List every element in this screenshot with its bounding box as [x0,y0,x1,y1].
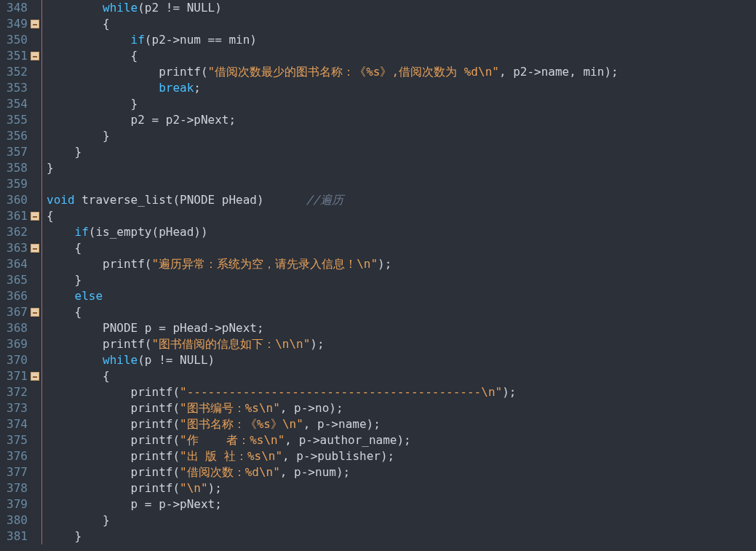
fold-column[interactable] [31,0,39,544]
code-line[interactable]: printf("\n"); [47,480,756,496]
line-number[interactable]: 380 [0,512,28,528]
line-number[interactable]: 351 [0,48,28,64]
fold-toggle-icon[interactable] [31,212,39,221]
code-line[interactable]: printf("借阅次数：%d\n", p->num); [47,464,756,480]
code-line[interactable]: p2 = p2->pNext; [47,112,756,128]
code-line[interactable]: printf("作 者：%s\n", p->author_name); [47,432,756,448]
code-line[interactable]: if(is_empty(pHead)) [47,224,756,240]
fold-toggle-icon[interactable] [31,244,39,253]
code-line[interactable]: { [47,16,756,32]
line-number[interactable]: 379 [0,496,28,512]
line-number[interactable]: 357 [0,144,28,160]
code-line[interactable]: } [47,160,756,176]
fold-toggle-icon[interactable] [31,20,39,28]
line-number[interactable]: 377 [0,464,28,480]
code-line[interactable]: } [47,144,756,160]
line-number[interactable]: 378 [0,480,28,496]
code-line[interactable]: } [47,528,756,544]
line-number[interactable]: 363 [0,240,28,256]
line-number[interactable]: 349 [0,16,28,32]
line-number[interactable]: 376 [0,448,28,464]
code-line[interactable]: { [47,208,756,224]
code-line[interactable] [47,176,756,192]
line-number[interactable]: 368 [0,320,28,336]
line-number[interactable]: 350 [0,32,28,48]
code-line[interactable]: break; [47,80,756,96]
code-line[interactable]: printf("图书编号：%s\n", p->no); [47,400,756,416]
line-number[interactable]: 370 [0,352,28,368]
line-number[interactable]: 375 [0,432,28,448]
code-line[interactable]: { [47,48,756,64]
code-line[interactable]: { [47,304,756,320]
code-line[interactable]: } [47,96,756,112]
code-line[interactable]: } [47,128,756,144]
line-number[interactable]: 364 [0,256,28,272]
code-line[interactable]: { [47,368,756,384]
line-number[interactable]: 353 [0,80,28,96]
code-line[interactable]: else [47,288,756,304]
code-line[interactable]: void traverse_list(PNODE pHead) //遍历 [47,192,756,208]
code-line[interactable]: printf("遍历异常：系统为空，请先录入信息！\n"); [47,256,756,272]
fold-toggle-icon[interactable] [31,308,39,317]
code-line[interactable]: printf("图书借阅的信息如下：\n\n"); [47,336,756,352]
code-line[interactable]: printf("出 版 社：%s\n", p->publisher); [47,448,756,464]
code-line[interactable]: p = p->pNext; [47,496,756,512]
fold-toggle-icon[interactable] [31,52,39,60]
line-number[interactable]: 373 [0,400,28,416]
code-line[interactable]: printf("借阅次数最少的图书名称：《%s》,借阅次数为 %d\n", p2… [47,64,756,80]
code-line[interactable]: PNODE p = pHead->pNext; [47,320,756,336]
code-line[interactable]: { [47,240,756,256]
code-area[interactable]: while(p2 != NULL) { if(p2->num == min) {… [45,0,756,544]
line-number[interactable]: 358 [0,160,28,176]
line-number[interactable]: 362 [0,224,28,240]
code-line[interactable]: } [47,272,756,288]
line-number[interactable]: 365 [0,272,28,288]
line-number[interactable]: 371 [0,368,28,384]
line-number[interactable]: 356 [0,128,28,144]
line-number-gutter[interactable]: 3483493503513523533543553563573583593603… [0,0,31,544]
code-line[interactable]: if(p2->num == min) [47,32,756,48]
line-number[interactable]: 381 [0,528,28,544]
code-line[interactable]: while(p != NULL) [47,352,756,368]
line-number[interactable]: 374 [0,416,28,432]
indent-guide [39,0,45,544]
fold-toggle-icon[interactable] [31,372,39,381]
code-line[interactable]: printf("--------------------------------… [47,384,756,400]
line-number[interactable]: 369 [0,336,28,352]
line-number[interactable]: 366 [0,288,28,304]
line-number[interactable]: 359 [0,176,28,192]
code-line[interactable]: printf("图书名称：《%s》\n", p->name); [47,416,756,432]
line-number[interactable]: 352 [0,64,28,80]
line-number[interactable]: 355 [0,112,28,128]
code-line[interactable]: } [47,512,756,528]
code-editor[interactable]: 3483493503513523533543553563573583593603… [0,0,756,544]
line-number[interactable]: 361 [0,208,28,224]
line-number[interactable]: 354 [0,96,28,112]
line-number[interactable]: 367 [0,304,28,320]
line-number[interactable]: 348 [0,0,28,16]
line-number[interactable]: 372 [0,384,28,400]
line-number[interactable]: 360 [0,192,28,208]
code-line[interactable]: while(p2 != NULL) [47,0,756,16]
